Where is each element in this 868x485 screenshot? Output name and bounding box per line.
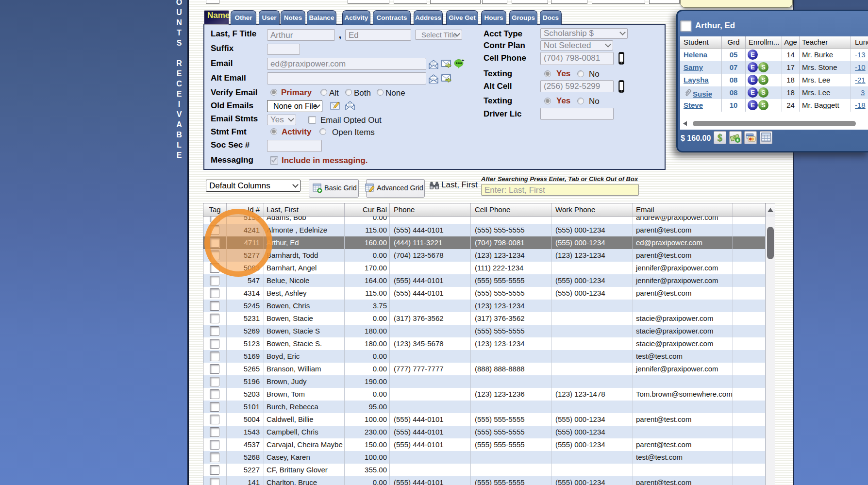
svg-text:$: $ (718, 133, 722, 143)
